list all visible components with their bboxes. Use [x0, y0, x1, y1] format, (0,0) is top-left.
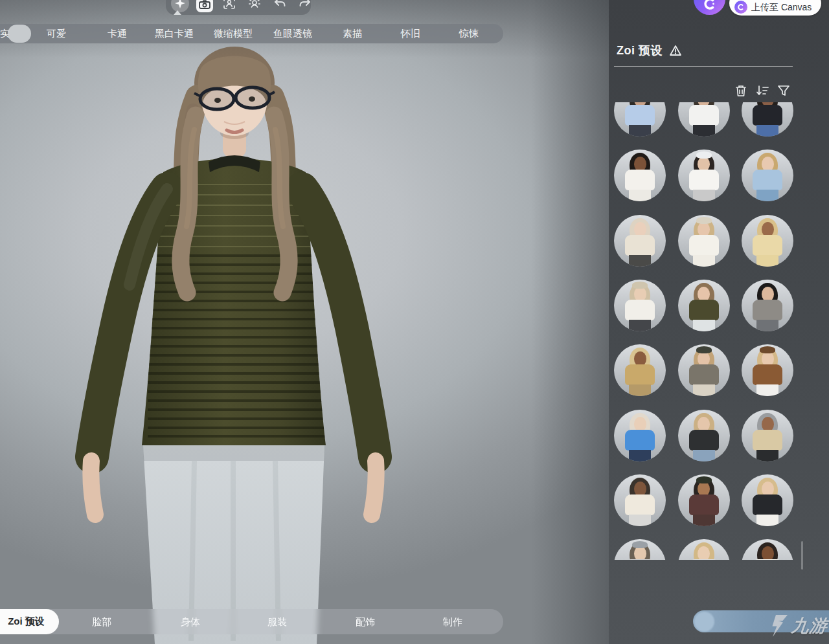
preset-thumbnail[interactable] [742, 539, 793, 560]
preset-hat [696, 282, 712, 289]
tab-style-fisheye[interactable]: 鱼眼透镜 [273, 24, 312, 43]
tab-create[interactable]: 制作 [443, 609, 462, 634]
style-filter-bar: 实 可爱 卡通 黑白卡通 微缩模型 鱼眼透镜 素描 怀旧 惊悚 [0, 24, 503, 43]
preset-top [753, 430, 782, 450]
preset-hat [760, 541, 775, 548]
tab-accessories[interactable]: 配饰 [356, 609, 375, 634]
preset-bottom [629, 255, 651, 267]
preset-thumbnail[interactable] [742, 102, 793, 137]
preset-top [753, 559, 782, 560]
preset-thumbnail[interactable] [614, 344, 666, 396]
preset-top [689, 364, 719, 385]
preset-hat [632, 346, 648, 353]
delete-icon[interactable] [734, 83, 748, 98]
preset-thumbnail[interactable] [678, 215, 730, 267]
preset-thumbnail[interactable] [678, 474, 730, 526]
tab-face[interactable]: 脸部 [92, 609, 111, 634]
preset-head [698, 546, 710, 560]
face-capture-icon[interactable] [245, 0, 264, 12]
edit-toolbar [166, 0, 311, 15]
preset-thumbnail[interactable] [614, 474, 666, 526]
preset-top [689, 235, 719, 256]
preset-thumbnail[interactable] [742, 215, 793, 267]
preset-thumbnail[interactable] [742, 280, 793, 331]
preset-thumbnail[interactable] [678, 539, 730, 560]
filter-icon[interactable] [777, 83, 791, 98]
preset-bottom [756, 190, 778, 201]
preset-thumbnail[interactable] [678, 280, 730, 331]
preset-thumbnail[interactable] [678, 410, 730, 461]
preset-bottom [629, 320, 651, 331]
preset-top [753, 105, 782, 126]
preset-top [689, 559, 719, 560]
preset-top [753, 300, 782, 320]
watermark: 九游 [768, 614, 828, 638]
preset-hat [696, 476, 712, 483]
preset-thumbnail[interactable] [678, 344, 730, 396]
preset-bottom [756, 125, 778, 137]
sort-descending-icon[interactable] [755, 83, 769, 98]
preset-thumbnail[interactable] [614, 215, 666, 267]
preset-bottom [756, 515, 778, 526]
watermark-text: 九游 [790, 614, 829, 638]
preset-thumbnail[interactable] [742, 474, 793, 526]
preset-hat [760, 476, 775, 483]
preset-thumbnail[interactable] [678, 102, 730, 137]
preset-hat [696, 412, 712, 419]
preset-thumbnail[interactable] [742, 344, 793, 396]
tab-style-bw-cartoon[interactable]: 黑白卡通 [155, 24, 194, 43]
tab-style-cartoon[interactable]: 卡通 [108, 24, 127, 43]
pose-capture-icon[interactable] [220, 0, 238, 12]
preset-top [625, 235, 655, 256]
preset-hat [632, 476, 648, 483]
canvas-logo-icon [703, 0, 717, 11]
preset-thumbnail[interactable] [742, 150, 793, 201]
preset-thumbnail[interactable] [614, 102, 666, 137]
tab-style-cute[interactable]: 可爱 [47, 24, 66, 43]
upload-to-canvas-button[interactable]: 上传至 Canvas [729, 0, 821, 16]
upload-button-label: 上传至 Canvas [751, 1, 812, 14]
camera-icon[interactable] [196, 0, 213, 12]
preset-hat [632, 151, 648, 159]
tab-style-miniature[interactable]: 微缩模型 [214, 24, 253, 43]
preset-top [689, 494, 719, 515]
preset-thumbnail[interactable] [614, 410, 666, 461]
preset-head [762, 546, 774, 560]
undo-icon[interactable] [271, 0, 289, 12]
preset-hat [760, 346, 775, 353]
preset-top [689, 430, 719, 450]
preset-hat [696, 217, 712, 224]
tab-body[interactable]: 身体 [181, 609, 200, 634]
preset-bottom [629, 125, 651, 137]
preset-top [625, 105, 655, 126]
tab-style-retro[interactable]: 怀旧 [401, 24, 420, 43]
preset-top [689, 105, 719, 126]
preset-top [753, 364, 782, 385]
character-viewport[interactable] [0, 0, 609, 644]
preset-thumbnail[interactable] [614, 539, 666, 560]
preset-top [689, 300, 719, 320]
preset-hat [760, 151, 775, 159]
confirm-button-icon [694, 612, 714, 632]
preset-hat [696, 151, 712, 159]
preset-thumbnail[interactable] [742, 410, 793, 461]
tab-clothing[interactable]: 服装 [267, 609, 287, 634]
preset-top [625, 300, 655, 320]
preset-thumbnail[interactable] [678, 150, 730, 201]
tab-zoi-presets-selected[interactable]: Zoi 预设 [0, 609, 59, 634]
preset-grid [612, 102, 798, 560]
preset-bottom [693, 515, 715, 526]
preset-bottom [693, 320, 715, 331]
selected-style-pill[interactable] [8, 25, 31, 43]
preset-thumbnail[interactable] [614, 280, 666, 331]
preset-bottom [629, 190, 651, 201]
preset-bottom [693, 190, 715, 201]
tab-style-thriller[interactable]: 惊悚 [459, 24, 479, 43]
warning-icon[interactable] [669, 45, 682, 56]
tab-style-sketch[interactable]: 素描 [343, 24, 362, 43]
panel-scrollbar[interactable] [801, 541, 803, 570]
preset-thumbnail[interactable] [614, 150, 666, 201]
viewport-right-shade [531, 0, 609, 644]
character-model[interactable] [0, 0, 609, 644]
preset-hat [760, 217, 775, 224]
